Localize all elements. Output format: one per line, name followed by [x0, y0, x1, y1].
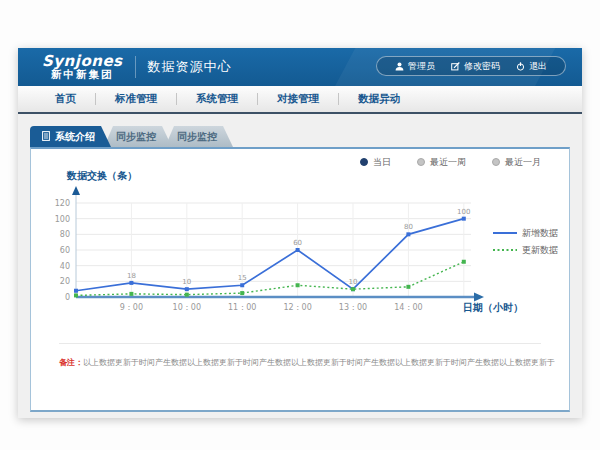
svg-text:60: 60: [60, 246, 70, 255]
svg-text:12：00: 12：00: [283, 303, 311, 312]
app-window: Synjones 新中新集团 数据资源中心 管理员 修改密码: [18, 48, 582, 418]
change-password-button[interactable]: 修改密码: [443, 60, 508, 73]
line-chart: 0204060801001209：0010：0011：0012：0013：001…: [31, 183, 569, 335]
user-toolbar: 管理员 修改密码 退出: [376, 56, 566, 76]
logout-label: 退出: [529, 60, 547, 73]
brand-logo-en: Synjones: [42, 54, 123, 70]
main-nav: 首页 标准管理 系统管理 对接管理 数据异动: [18, 86, 582, 114]
radio-icon: [360, 158, 368, 166]
footnote: 备注：以上数据更新于时间产生数据以上数据更新于时间产生数据以上数据更新于时间产生…: [59, 343, 541, 368]
tab-sync-monitor-1[interactable]: 同步监控: [104, 126, 172, 147]
svg-text:18: 18: [127, 272, 136, 280]
chart-panel: 当日 最近一周 最近一月 数据交换（条） 0204060801001209：00…: [30, 147, 570, 412]
change-password-label: 修改密码: [464, 60, 500, 73]
app-header: Synjones 新中新集团 数据资源中心 管理员 修改密码: [18, 48, 582, 86]
period-selector: 当日 最近一周 最近一月: [31, 149, 569, 168]
svg-text:新增数据: 新增数据: [522, 228, 558, 238]
content-area: 系统介绍 同步监控 同步监控 当日 最近一周: [18, 114, 582, 412]
header-divider: [135, 56, 136, 78]
radio-icon: [492, 158, 500, 166]
svg-text:更新数据: 更新数据: [522, 245, 558, 255]
svg-text:80: 80: [60, 230, 70, 239]
svg-text:日期（小时）: 日期（小时）: [463, 302, 523, 313]
nav-item-standards[interactable]: 标准管理: [96, 92, 176, 106]
nav-item-home[interactable]: 首页: [36, 92, 95, 106]
document-icon: [42, 131, 50, 143]
tab-sync-monitor-2[interactable]: 同步监控: [165, 126, 233, 147]
svg-text:120: 120: [55, 199, 70, 208]
period-option-last-month[interactable]: 最近一月: [492, 156, 541, 168]
svg-text:10：00: 10：00: [173, 303, 201, 312]
svg-text:11：00: 11：00: [228, 303, 256, 312]
user-menu[interactable]: 管理员: [387, 60, 443, 73]
svg-text:100: 100: [55, 215, 70, 224]
user-name: 管理员: [408, 60, 435, 73]
period-label: 最近一月: [505, 156, 541, 169]
logout-button[interactable]: 退出: [508, 60, 555, 73]
svg-text:14：00: 14：00: [394, 303, 422, 312]
period-option-last-week[interactable]: 最近一周: [417, 156, 466, 168]
period-option-today[interactable]: 当日: [360, 156, 391, 168]
tab-label: 同步监控: [116, 130, 156, 144]
period-label: 当日: [373, 156, 391, 169]
tab-bar: 系统介绍 同步监控 同步监控: [30, 126, 582, 147]
period-label: 最近一周: [430, 156, 466, 169]
svg-text:10: 10: [349, 278, 358, 286]
edit-icon: [451, 62, 460, 71]
page-title: 数据资源中心: [148, 58, 232, 76]
footnote-label: 备注：: [59, 358, 83, 367]
brand-logo-cn: 新中新集团: [42, 69, 123, 80]
tab-system-intro[interactable]: 系统介绍: [30, 126, 111, 147]
nav-item-system[interactable]: 系统管理: [177, 92, 257, 106]
svg-text:15: 15: [238, 274, 247, 282]
brand-logo: Synjones 新中新集团: [42, 54, 123, 81]
svg-text:20: 20: [60, 277, 70, 286]
svg-text:10: 10: [182, 278, 191, 286]
user-icon: [395, 62, 404, 71]
svg-text:9：00: 9：00: [120, 303, 143, 312]
tab-label: 系统介绍: [55, 130, 95, 144]
svg-text:80: 80: [404, 223, 413, 231]
y-axis-title: 数据交换（条）: [67, 169, 569, 183]
svg-text:100: 100: [457, 208, 470, 216]
svg-text:0: 0: [65, 293, 70, 302]
svg-text:13：00: 13：00: [339, 303, 367, 312]
footnote-text: 以上数据更新于时间产生数据以上数据更新于时间产生数据以上数据更新于时间产生数据以…: [83, 358, 555, 367]
svg-text:60: 60: [293, 239, 302, 247]
nav-item-integration[interactable]: 对接管理: [258, 92, 338, 106]
tab-label: 同步监控: [177, 130, 217, 144]
power-icon: [516, 62, 525, 71]
radio-icon: [417, 158, 425, 166]
nav-item-data-change[interactable]: 数据异动: [339, 92, 419, 106]
svg-text:40: 40: [60, 262, 70, 271]
